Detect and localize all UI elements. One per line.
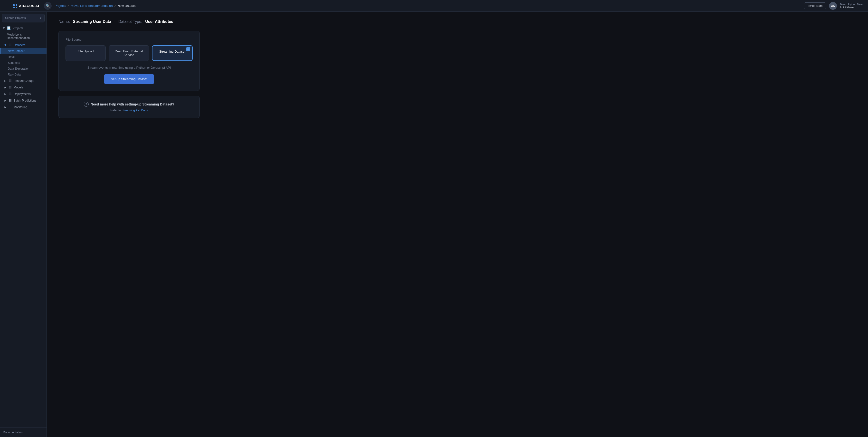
datasets-subgroup: ▼ ☷ Datasets New Dataset Detail Schemas … <box>0 42 46 77</box>
breadcrumb-sep2: > <box>114 4 116 7</box>
projects-group-header[interactable]: ▶ 📃 Projects <box>0 24 46 32</box>
invite-team-button[interactable]: Invite Team <box>804 2 826 9</box>
user-name: Ankit Khare <box>840 6 864 9</box>
help-question-icon: ? <box>84 102 89 107</box>
sidebar: Search Projects ▾ ▶ 📃 Projects Movie Len… <box>0 12 47 437</box>
documentation-link[interactable]: Documentation <box>0 428 46 437</box>
streaming-description: Stream events in real-time using a Pytho… <box>65 66 193 69</box>
logo-text: ABACUS.AI <box>19 4 39 8</box>
setup-streaming-button[interactable]: Set-up Streaming Dataset <box>104 74 154 84</box>
deployments-label: Deployments <box>13 92 31 96</box>
datasets-icon: ☷ <box>9 43 12 47</box>
main-content: Name: Streaming User Data - Dataset Type… <box>47 12 868 437</box>
projects-chevron-icon: ▶ <box>3 27 5 29</box>
search-projects-label: Search Projects <box>5 16 26 20</box>
datasets-items: New Dataset Detail Schemas Data Explorat… <box>0 48 46 77</box>
topnav-right: Invite Team AK Team: Python Demo Ankit K… <box>804 2 864 10</box>
monitoring-chevron-icon: ► <box>4 105 7 109</box>
logo-icon <box>13 4 17 8</box>
sidebar-item-schemas[interactable]: Schemas <box>0 60 46 66</box>
datasets-label: Datasets <box>13 43 25 47</box>
avatar-initials: AK <box>831 4 835 7</box>
help-subtitle: Refer to Streaming API Docs <box>65 108 193 112</box>
sidebar-item-new-dataset[interactable]: New Dataset <box>0 48 46 54</box>
top-navigation: ← ABACUS.AI 🔍 Projects > Movie Lens Reco… <box>0 0 868 12</box>
file-source-card: File Source: File Upload Read From Exter… <box>58 31 200 91</box>
dataset-name-value: Streaming User Data <box>73 20 111 24</box>
file-upload-label: File Upload <box>78 50 94 53</box>
models-subgroup: ► ☷ Models <box>0 84 46 91</box>
documentation-label: Documentation <box>3 431 23 434</box>
avatar: AK <box>829 2 837 10</box>
streaming-label: Streaming Dataset <box>159 50 185 53</box>
batch-predictions-chevron-icon: ► <box>4 99 7 102</box>
feature-groups-subgroup: ► ☷ Feature Groups <box>0 77 46 84</box>
monitoring-icon: ☷ <box>9 105 12 109</box>
dataset-type-label: Dataset Type: <box>118 20 142 24</box>
monitoring-subgroup: ► ☷ Monitoring <box>0 104 46 111</box>
models-chevron-icon: ► <box>4 86 7 89</box>
search-projects-button[interactable]: Search Projects ▾ <box>2 13 44 23</box>
help-title-text: Need more help with setting-up Streaming… <box>91 102 175 106</box>
breadcrumb-sep1: > <box>67 4 69 7</box>
feature-groups-icon: ☷ <box>9 79 12 83</box>
deployments-icon: ☷ <box>9 92 12 96</box>
monitoring-header[interactable]: ► ☷ Monitoring <box>0 104 46 111</box>
search-projects-chevron: ▾ <box>40 16 41 20</box>
streaming-api-docs-link[interactable]: Streaming API Docs <box>122 108 148 112</box>
nav-search-icon[interactable]: 🔍 <box>44 2 52 10</box>
help-sub-text: Refer to <box>110 108 122 112</box>
models-header[interactable]: ► ☷ Models <box>0 84 46 91</box>
deployments-subgroup: ► ☷ Deployments <box>0 91 46 97</box>
help-card: ? Need more help with setting-up Streami… <box>58 96 200 118</box>
monitoring-label: Monitoring <box>13 105 27 109</box>
breadcrumb-projects[interactable]: Projects <box>55 4 66 7</box>
models-label: Models <box>13 86 23 89</box>
source-options: File Upload Read From External Service ✓… <box>65 45 193 61</box>
projects-folder-icon: 📃 <box>7 26 11 30</box>
selected-checkmark: ✓ <box>186 47 190 51</box>
breadcrumb-project[interactable]: Movie Lens Recommendation <box>71 4 113 7</box>
team-label: Team: Python Demo <box>840 3 864 6</box>
breadcrumb-current: New Dataset <box>117 4 135 7</box>
batch-predictions-subgroup: ► ☷ Batch Predictions <box>0 97 46 104</box>
batch-predictions-label: Batch Predictions <box>13 99 36 102</box>
streaming-dataset-option[interactable]: ✓ Streaming Dataset <box>152 45 193 61</box>
deployments-header[interactable]: ► ☷ Deployments <box>0 91 46 97</box>
project-name-item[interactable]: Movie Lens Recommendation <box>0 32 46 41</box>
batch-predictions-header[interactable]: ► ☷ Batch Predictions <box>0 97 46 104</box>
sidebar-item-detail[interactable]: Detail <box>0 54 46 60</box>
feature-groups-header[interactable]: ► ☷ Feature Groups <box>0 77 46 84</box>
datasets-chevron-icon: ▼ <box>4 43 7 47</box>
read-external-label: Read From External Service <box>115 50 143 57</box>
projects-label: Projects <box>13 27 23 30</box>
feature-groups-chevron-icon: ► <box>4 79 7 83</box>
sidebar-item-data-exploration[interactable]: Data Exploration <box>0 66 46 72</box>
datasets-header[interactable]: ▼ ☷ Datasets <box>0 42 46 48</box>
projects-section: ▶ 📃 Projects Movie Lens Recommendation <box>0 24 46 42</box>
read-external-option[interactable]: Read From External Service <box>108 45 149 61</box>
breadcrumb: Projects > Movie Lens Recommendation > N… <box>55 4 136 7</box>
models-icon: ☷ <box>9 86 12 89</box>
file-upload-option[interactable]: File Upload <box>65 45 106 61</box>
user-info: Team: Python Demo Ankit Khare <box>840 3 864 9</box>
file-source-label: File Source: <box>65 38 193 41</box>
main-layout: Search Projects ▾ ▶ 📃 Projects Movie Len… <box>0 12 868 437</box>
batch-predictions-icon: ☷ <box>9 99 12 102</box>
page-header: Name: Streaming User Data - Dataset Type… <box>58 20 856 24</box>
help-title: ? Need more help with setting-up Streami… <box>65 102 193 107</box>
header-dash: - <box>114 20 116 24</box>
feature-groups-label: Feature Groups <box>13 79 34 83</box>
question-mark: ? <box>86 103 87 106</box>
sidebar-item-raw-data[interactable]: Raw Data <box>0 72 46 77</box>
deployments-chevron-icon: ► <box>4 92 7 96</box>
back-button[interactable]: ← <box>4 3 10 9</box>
name-label: Name: <box>58 20 70 24</box>
dataset-type-value: User Attributes <box>145 20 173 24</box>
logo-area: ABACUS.AI <box>13 4 39 8</box>
